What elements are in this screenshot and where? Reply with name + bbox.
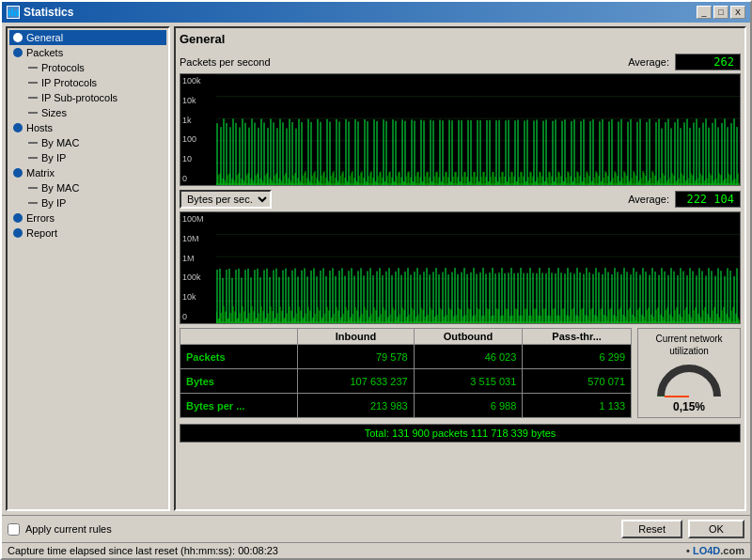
sidebar-item-matrix[interactable]: Matrix	[9, 165, 166, 180]
main-area: General Packets Protocols IP Protocols I…	[2, 23, 750, 515]
table-row: Bytes per ... 213 983 6 988 1 133	[180, 394, 632, 418]
checkbox-row: Apply current rules Reset OK	[2, 515, 750, 542]
row-bytes-passthru: 570 071	[523, 369, 632, 394]
packets-chart-labels: 100k 10k 1k 100 10 0	[180, 74, 216, 185]
packets-chart-label: Packets per second	[180, 56, 271, 68]
close-button[interactable]: X	[730, 6, 745, 19]
statistics-window: Statistics _ □ X General Packets	[0, 0, 752, 560]
table-row: Packets 79 578 46 023 6 299	[180, 345, 632, 369]
table-row: Bytes 107 633 237 3 515 031 570 071	[180, 369, 632, 394]
dash-icon	[28, 187, 38, 189]
bytes-average-value: 222 104	[675, 191, 741, 208]
content-title: General	[180, 32, 741, 48]
stats-table: Inbound Outbound Pass-thr... Packets 79 …	[180, 328, 632, 418]
row-label-packets: Packets	[180, 345, 298, 369]
network-utilization-panel: Current network utilization 0,15%	[637, 328, 741, 418]
bytes-header-left: Bytes per sec.	[180, 190, 272, 209]
apply-rules-label[interactable]: Apply current rules	[25, 523, 112, 535]
bytes-chart-section: Bytes per sec. Average: 222 104 100M 10M	[180, 190, 741, 324]
minimize-button[interactable]: _	[697, 6, 712, 19]
col-header-outbound: Outbound	[414, 329, 523, 345]
packets-average-label: Average:	[628, 56, 669, 68]
bullet-icon	[13, 228, 23, 238]
sidebar-item-ip-protocols[interactable]: IP Protocols	[9, 75, 166, 90]
row-packets-inbound: 79 578	[298, 345, 414, 369]
network-util-value: 0,15%	[673, 400, 705, 413]
sidebar-item-errors[interactable]: Errors	[9, 210, 166, 226]
title-bar-left: Statistics	[7, 6, 73, 19]
title-bar: Statistics _ □ X	[2, 2, 750, 23]
window-controls: _ □ X	[697, 6, 745, 19]
btn-row: Reset OK	[621, 520, 744, 538]
row-bytes-outbound: 3 515 031	[414, 369, 523, 394]
packets-chart: 100k 10k 1k 100 10 0	[180, 73, 741, 186]
row-packets-outbound: 46 023	[414, 345, 523, 369]
window-title: Statistics	[24, 6, 73, 19]
row-bytes-inbound: 107 633 237	[298, 369, 414, 394]
dash-icon	[28, 157, 38, 159]
bytes-chart-dropdown[interactable]: Bytes per sec.	[180, 190, 272, 209]
bullet-icon	[13, 48, 23, 57]
sidebar-item-ip-sub-protocols[interactable]: IP Sub-protocols	[9, 90, 166, 105]
bullet-icon	[13, 123, 23, 132]
stats-table-section: Inbound Outbound Pass-thr... Packets 79 …	[180, 328, 741, 418]
packets-chart-canvas	[216, 74, 740, 185]
row-packets-passthru: 6 299	[523, 345, 632, 369]
row-label-bytes: Bytes	[180, 369, 298, 394]
total-bar: Total: 131 900 packets 111 718 339 bytes	[180, 424, 741, 443]
network-util-label: Current network utilization	[642, 333, 736, 357]
apply-rules-checkbox[interactable]	[8, 523, 20, 536]
packets-chart-section: Packets per second Average: 262 100k 10k…	[180, 54, 741, 186]
bytes-chart-canvas	[216, 212, 740, 323]
status-text: Capture time elapsed since last reset (h…	[8, 545, 278, 556]
ok-button[interactable]: OK	[688, 520, 744, 538]
sidebar-item-by-mac-matrix[interactable]: By MAC	[9, 180, 166, 195]
dash-icon	[28, 82, 38, 84]
svg-rect-2	[14, 11, 16, 16]
dash-icon	[28, 142, 38, 144]
bytes-average-label: Average:	[628, 194, 669, 205]
row-bytesper-outbound: 6 988	[414, 394, 523, 418]
sidebar: General Packets Protocols IP Protocols I…	[6, 26, 170, 511]
dash-icon	[28, 97, 38, 99]
dash-icon	[28, 67, 38, 69]
sidebar-item-by-ip-hosts[interactable]: By IP	[9, 150, 166, 165]
window-body: General Packets Protocols IP Protocols I…	[2, 23, 750, 558]
col-header-passthru: Pass-thr...	[523, 329, 632, 345]
row-label-bytesper: Bytes per ...	[180, 394, 298, 418]
sidebar-item-by-mac-hosts[interactable]: By MAC	[9, 135, 166, 150]
bullet-icon	[13, 168, 23, 178]
col-header-label	[180, 329, 298, 345]
svg-rect-3	[17, 9, 19, 16]
row-bytesper-inbound: 213 983	[298, 394, 414, 418]
svg-rect-1	[11, 8, 13, 16]
bytes-chart-labels: 100M 10M 1M 100k 10k 0	[180, 212, 216, 323]
sidebar-item-general[interactable]: General	[9, 30, 166, 45]
sidebar-item-by-ip-matrix[interactable]: By IP	[9, 195, 166, 210]
col-header-inbound: Inbound	[298, 329, 414, 345]
bottom-area: Apply current rules Reset OK Capture tim…	[2, 515, 750, 558]
sidebar-item-sizes[interactable]: Sizes	[9, 105, 166, 120]
maximize-button[interactable]: □	[713, 6, 728, 19]
packets-average-value: 262	[675, 54, 741, 70]
sidebar-item-hosts[interactable]: Hosts	[9, 120, 166, 135]
dash-icon	[28, 112, 38, 114]
status-bar: Capture time elapsed since last reset (h…	[2, 542, 750, 558]
svg-rect-0	[8, 10, 10, 16]
gauge	[656, 361, 722, 398]
sidebar-item-protocols[interactable]: Protocols	[9, 60, 166, 75]
bullet-icon	[13, 213, 23, 223]
sidebar-item-report[interactable]: Report	[9, 226, 166, 241]
bullet-icon	[13, 33, 23, 42]
bytes-chart: 100M 10M 1M 100k 10k 0	[180, 211, 741, 324]
content-panel: General Packets per second Average: 262 …	[174, 26, 746, 511]
packets-average-area: Average: 262	[628, 54, 741, 70]
reset-button[interactable]: Reset	[621, 520, 682, 538]
packets-chart-header: Packets per second Average: 262	[180, 54, 741, 70]
app-icon	[7, 6, 20, 19]
sidebar-item-packets[interactable]: Packets	[9, 45, 166, 60]
dash-icon	[28, 202, 38, 204]
bytes-average-area: Average: 222 104	[628, 191, 741, 208]
row-bytesper-passthru: 1 133	[523, 394, 632, 418]
lo4d-logo: • LO4D.com	[686, 545, 744, 556]
